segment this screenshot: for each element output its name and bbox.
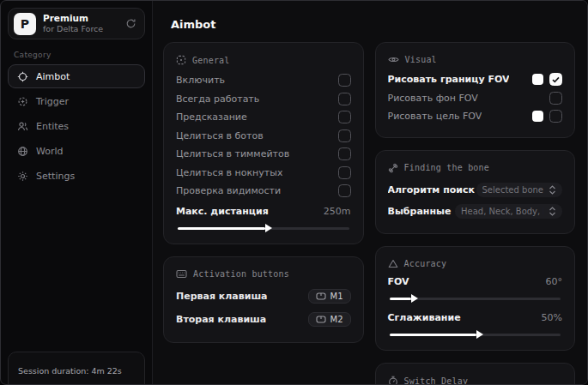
smoothing-slider[interactable]	[390, 334, 561, 336]
slider-fill	[390, 334, 477, 336]
app-window: P Premium for Delta Force Category	[0, 0, 588, 385]
chevrons-up-down-icon	[549, 185, 556, 195]
setting-label: Рисовать границу FOV	[388, 74, 510, 85]
selected-bones-select[interactable]: Head, Neck, Body, Pe..	[455, 204, 562, 219]
visual-panel-header: Visual	[388, 55, 563, 64]
setting-label: Проверка видимости	[176, 185, 281, 196]
setting-row: Рисовать границу FOV	[388, 70, 563, 89]
prediction-checkbox[interactable]	[338, 111, 351, 123]
session-duration-text: Session duration: 4m 22s	[18, 366, 122, 376]
panel-title: Accuracy	[404, 259, 447, 268]
sidebar-item-entites[interactable]: Entites	[8, 114, 145, 138]
eye-icon	[388, 55, 399, 64]
target-bots-checkbox[interactable]	[338, 129, 351, 142]
slider-label: Сглаживание	[388, 312, 461, 323]
panel-title: Activation buttons	[193, 269, 289, 279]
dropdown-label: Алгоритм поиска кост	[388, 184, 475, 196]
switch-delay-panel: Switch Delay Задержка переключения Задер…	[375, 363, 576, 385]
fov-row: FOV 60°	[388, 274, 563, 290]
slider-thumb[interactable]	[476, 330, 483, 339]
slider-label: Макс. дистанция	[176, 206, 269, 217]
setting-label: Всегда работать	[176, 93, 259, 105]
setting-row: Проверка видимости	[176, 182, 351, 201]
accuracy-panel: Accuracy FOV 60° Сглаживание 50	[375, 246, 576, 351]
setting-label: Рисовать цель FOV	[388, 111, 482, 122]
fov-border-color-swatch[interactable]	[532, 74, 543, 85]
category-label: Category	[14, 51, 145, 59]
premium-text: Premium for Delta Force	[43, 13, 103, 34]
enable-checkbox[interactable]	[338, 74, 351, 87]
left-column: General Включить Всегда работать Предска…	[163, 42, 364, 343]
setting-label: Включить	[176, 75, 225, 86]
premium-title: Premium	[43, 13, 103, 24]
activation-panel-header: Activation buttons	[176, 269, 351, 279]
app-logo: P	[14, 13, 36, 35]
setting-row: Целиться в ботов	[176, 127, 351, 146]
crosshair-icon	[17, 71, 28, 82]
sidebar-item-world[interactable]: World	[8, 139, 145, 163]
refresh-icon[interactable]	[125, 18, 136, 29]
setting-row: Рисовать цель FOV	[388, 107, 563, 126]
slider-label: FOV	[388, 276, 409, 287]
panel-title: General	[192, 56, 230, 65]
max-distance-slider[interactable]	[178, 227, 349, 230]
slider-value: 60°	[546, 276, 563, 287]
sidebar-item-trigger[interactable]: Trigger	[8, 89, 145, 113]
target-teammates-checkbox[interactable]	[338, 147, 351, 160]
slider-thumb[interactable]	[411, 294, 418, 303]
fov-target-color-swatch[interactable]	[532, 111, 543, 122]
setting-label: Целиться в ботов	[176, 130, 264, 141]
key-value: M1	[330, 292, 343, 301]
fov-slider[interactable]	[390, 298, 561, 300]
premium-subtitle: for Delta Force	[43, 24, 103, 34]
accuracy-panel-header: Accuracy	[388, 259, 563, 268]
slider-fill	[178, 227, 265, 230]
entities-icon	[17, 121, 28, 132]
panel-title: Finding the bone	[404, 163, 490, 172]
sidebar-item-label: World	[36, 146, 64, 157]
bone-algorithm-select[interactable]: Selected bone	[476, 183, 562, 197]
sidebar-nav: Aimbot Trigger Entites	[8, 64, 145, 188]
target-knocked-checkbox[interactable]	[338, 166, 351, 179]
focus-icon	[176, 55, 186, 65]
page-title: Aimbot	[171, 18, 575, 31]
first-key-bind-button[interactable]: M1	[308, 289, 351, 304]
panel-title: Visual	[405, 55, 437, 64]
sidebar-item-aimbot[interactable]: Aimbot	[8, 64, 145, 88]
sidebar-item-label: Entites	[36, 121, 69, 132]
slider-thumb[interactable]	[265, 224, 272, 232]
draw-fov-border-checkbox[interactable]	[549, 73, 562, 86]
max-distance-row: Макс. дистанция 250m	[176, 204, 351, 220]
right-column: Visual Рисовать границу FOV	[375, 42, 576, 385]
setting-label: Рисовать фон FOV	[388, 93, 478, 104]
selected-value: Head, Neck, Body, Pe..	[461, 207, 543, 216]
draw-fov-target-checkbox[interactable]	[549, 110, 562, 123]
switch-delay-panel-header: Switch Delay	[388, 376, 563, 385]
setting-row: Предсказание	[176, 108, 351, 127]
globe-icon	[17, 146, 28, 157]
sidebar: P Premium for Delta Force Category	[1, 1, 152, 384]
mouse-icon	[316, 316, 326, 323]
first-key-row: Первая клавиша M1	[176, 285, 351, 308]
second-key-bind-button[interactable]: M2	[308, 312, 351, 327]
slider-value: 50%	[542, 312, 562, 323]
setting-row: Рисовать фон FOV	[388, 89, 563, 108]
second-key-row: Вторая клавиша M2	[176, 308, 351, 331]
always-work-checkbox[interactable]	[338, 93, 351, 105]
general-panel: General Включить Всегда работать Предска…	[163, 42, 364, 244]
key-label: Первая клавиша	[176, 291, 268, 302]
main-content: Aimbot General	[152, 1, 587, 384]
sidebar-item-label: Settings	[36, 171, 75, 182]
setting-row: Целиться в тиммейтов	[176, 145, 351, 164]
visibility-check-checkbox[interactable]	[338, 184, 351, 197]
bone-algorithm-row: Алгоритм поиска кост Selected bone	[388, 179, 563, 201]
setting-row: Всегда работать	[176, 90, 351, 109]
bone-panel-header: Finding the bone	[388, 163, 563, 173]
sidebar-item-settings[interactable]: Settings	[8, 164, 145, 188]
setting-row: Целиться в нокнутых	[176, 164, 351, 183]
bone-icon	[388, 163, 398, 173]
premium-card: P Premium for Delta Force	[8, 8, 145, 39]
draw-fov-background-checkbox[interactable]	[549, 92, 562, 105]
selected-bones-row: Выбранные кос Head, Neck, Body, Pe..	[388, 201, 563, 222]
session-duration-box: Session duration: 4m 22s	[8, 352, 145, 385]
